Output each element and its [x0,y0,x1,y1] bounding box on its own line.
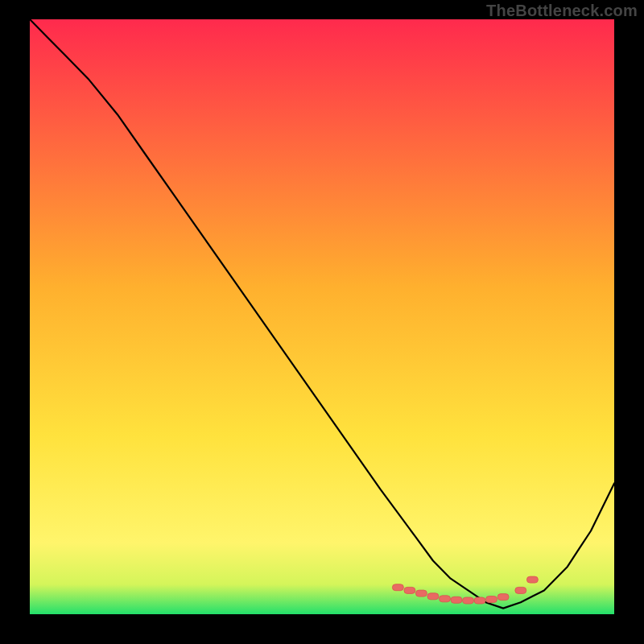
marker-dot [515,587,526,593]
marker-dot [486,597,497,603]
plot-svg [30,19,614,614]
marker-dot [440,596,451,602]
gradient-background [30,19,614,614]
marker-dot [463,597,474,604]
marker-dot [392,584,403,591]
marker-dot [451,597,462,603]
marker-dot [415,590,427,597]
chart-frame: TheBottleneck.com [0,0,644,644]
watermark-text: TheBottleneck.com [486,2,638,20]
marker-dot [526,576,538,583]
marker-dot [427,593,439,600]
marker-dot [474,597,485,604]
marker-dot [404,587,415,593]
marker-dot [497,594,509,601]
plot-area [30,19,614,614]
